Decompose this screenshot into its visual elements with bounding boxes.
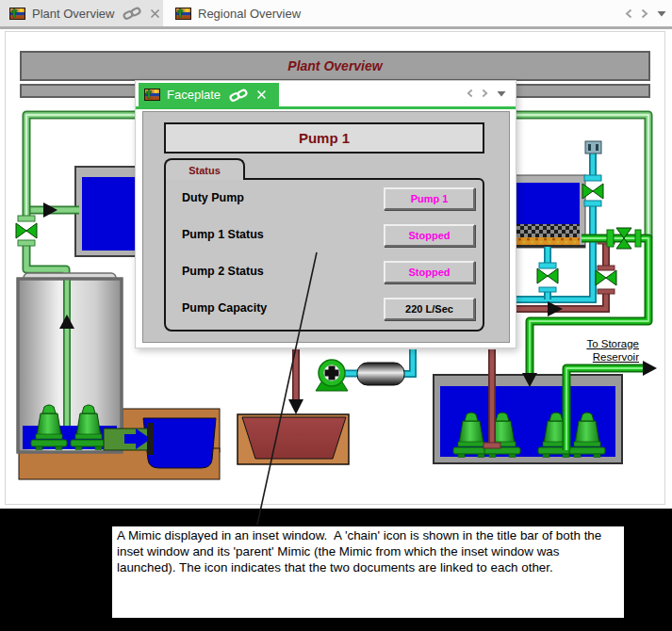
- status-panel: Duty Pump Pump 1 Pump 1 Status Stopped P…: [164, 178, 484, 332]
- mimic-icon: [175, 8, 191, 20]
- tab-status[interactable]: Status: [164, 158, 245, 180]
- faceplate-tab-strip: Faceplate: [136, 81, 516, 109]
- tab-list-dropdown-icon[interactable]: [657, 10, 666, 17]
- caption-text-box: A Mimic displayed in an inset window. A …: [112, 526, 624, 618]
- page-title: Plant Overview: [287, 58, 382, 73]
- intake-basin: [143, 418, 216, 468]
- row-duty-pump: Duty Pump Pump 1: [166, 187, 483, 210]
- row-pump1-status: Pump 1 Status Stopped: [166, 224, 483, 247]
- circulation-pump-assembly[interactable]: [316, 360, 404, 391]
- document-tab-bar: Plant Overview: [0, 0, 672, 29]
- next-tab-icon[interactable]: [482, 89, 488, 98]
- flow-arrow-down: [288, 399, 303, 414]
- application-window: Plant Overview: [0, 0, 672, 631]
- close-icon[interactable]: [150, 8, 160, 19]
- valve-red-line[interactable]: [596, 270, 616, 285]
- tab-label: Faceplate: [167, 88, 221, 102]
- duty-pump-value-button[interactable]: Pump 1: [384, 187, 475, 210]
- tab-regional-overview[interactable]: Regional Overview: [170, 0, 336, 26]
- valve-sprinkler[interactable]: [582, 184, 603, 199]
- faceplate-content: Pump 1 Status Duty Pump Pump 1 Pump 1 St…: [142, 111, 510, 343]
- faceplate-inset-window: Faceplate: [135, 80, 516, 348]
- chain-icon: [123, 7, 141, 20]
- valve-filter-drain[interactable]: [537, 268, 558, 283]
- next-tab-icon[interactable]: [641, 8, 648, 19]
- tab-label: Plant Overview: [32, 7, 114, 21]
- prev-tab-icon[interactable]: [467, 89, 473, 98]
- mimic-title-banner: Plant Overview: [20, 51, 650, 81]
- tab-list-dropdown-icon[interactable]: [497, 90, 506, 97]
- tab-label: Regional Overview: [198, 7, 301, 21]
- pump2-status-value-button[interactable]: Stopped: [384, 261, 475, 283]
- tab-nav-buttons: [625, 8, 666, 19]
- caption-background: A Mimic displayed in an inset window. A …: [0, 509, 672, 631]
- pump-capacity-value-button[interactable]: 220 L/Sec: [384, 298, 475, 320]
- row-pump2-status: Pump 2 Status Stopped: [166, 261, 483, 283]
- faceplate-nav-buttons: [467, 89, 506, 98]
- to-storage-label: To Storage Reservoir: [545, 337, 639, 364]
- tab-faceplate[interactable]: Faceplate: [139, 83, 279, 106]
- mimic-icon: [144, 89, 160, 101]
- faceplate-header-box: Pump 1: [164, 122, 484, 154]
- flow-arrow-right: [43, 202, 57, 218]
- flow-arrow-right: [548, 301, 563, 316]
- tab-plant-overview[interactable]: Plant Overview: [0, 0, 163, 26]
- settlement-basin: [238, 414, 349, 464]
- chain-icon: [229, 89, 248, 102]
- sprinkler-head: [585, 141, 601, 154]
- close-icon[interactable]: [256, 89, 267, 100]
- prev-tab-icon[interactable]: [625, 8, 632, 19]
- valve-left[interactable]: [16, 223, 37, 238]
- flow-arrow-right: [643, 361, 657, 376]
- filter-tank: [514, 175, 585, 248]
- pressure-vessel: [357, 363, 404, 385]
- pump1-status-value-button[interactable]: Stopped: [384, 224, 475, 247]
- mimic-icon: [9, 8, 25, 20]
- faceplate-title: Pump 1: [299, 130, 350, 146]
- workspace: Plant Overview: [0, 0, 672, 509]
- row-pump-capacity: Pump Capacity 220 L/Sec: [166, 298, 483, 320]
